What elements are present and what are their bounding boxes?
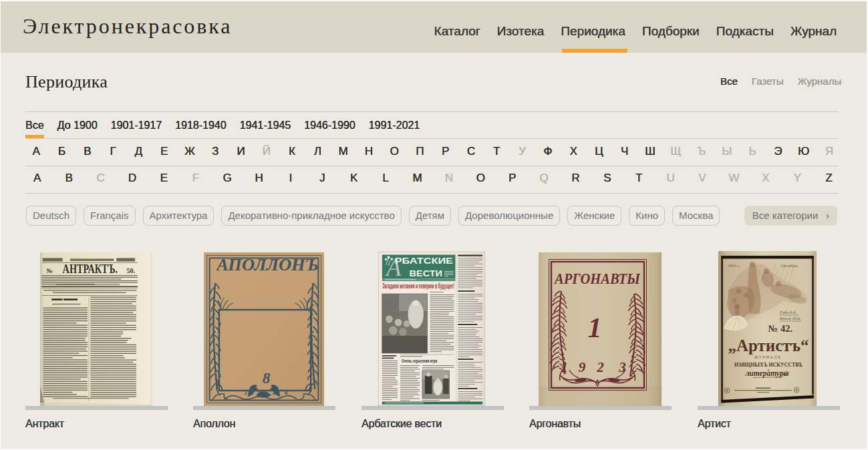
svg-text:50.: 50. <box>126 267 135 274</box>
svg-text:Загадаем желания и поверим в б: Загадаем желания и поверим в будущее! <box>382 282 454 290</box>
svg-text:№: № <box>46 266 53 274</box>
svg-text:ИЗЯЩНЫХЪ ИСКУССТВЪ: ИЗЯЩНЫХЪ ИСКУССТВЪ <box>734 361 803 368</box>
svg-text:8: 8 <box>262 369 270 387</box>
svg-text:№ 42.: № 42. <box>768 323 792 334</box>
svg-text:„Артистъ“: „Артистъ“ <box>728 336 809 355</box>
svg-text:ЖУРНАЛЪ: ЖУРНАЛЪ <box>754 355 782 359</box>
svg-text:9: 9 <box>578 359 585 375</box>
svg-text:1: 1 <box>561 359 568 375</box>
svg-text:1: 1 <box>587 312 601 343</box>
svg-text:1: 1 <box>272 389 275 396</box>
svg-text:литературы: литературы <box>744 369 788 377</box>
svg-text:Книга 10-я.: Книга 10-я. <box>779 316 801 320</box>
svg-text:РБАТСКИЕ: РБАТСКИЕ <box>395 256 454 266</box>
svg-text:ВЕСТИ: ВЕСТИ <box>410 268 442 278</box>
svg-text:2: 2 <box>596 359 604 375</box>
svg-text:Очень серьезная игра: Очень серьезная игра <box>402 357 438 363</box>
svg-text:1: 1 <box>244 389 247 396</box>
svg-text:4: 4 <box>283 389 287 396</box>
svg-text:3: 3 <box>618 359 626 375</box>
svg-text:АРГОНАВТЫ: АРГОНАВТЫ <box>553 270 640 287</box>
svg-text:АНТРАКТЪ.: АНТРАКТЪ. <box>62 262 118 276</box>
svg-text:АПОЛЛОНЪ: АПОЛЛОНЪ <box>215 256 319 274</box>
svg-text:Годъ 6-й.: Годъ 6-й. <box>779 310 797 314</box>
svg-text:9: 9 <box>257 389 260 396</box>
